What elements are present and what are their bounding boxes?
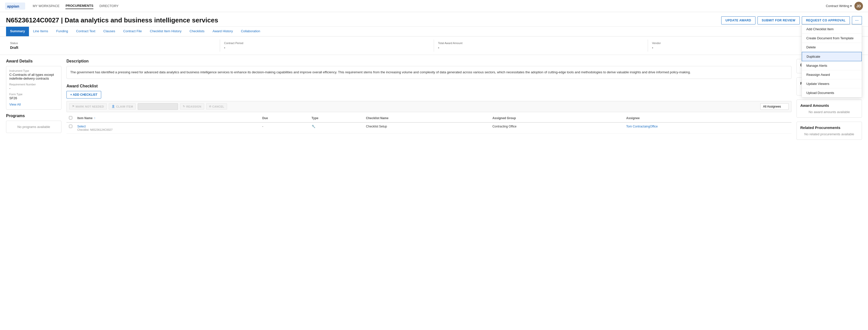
cancel-label: CANCEL xyxy=(212,105,224,108)
dropdown-update-viewers[interactable]: Update Viewers xyxy=(802,79,862,88)
assignees-select[interactable]: All Assignees xyxy=(760,103,789,110)
form-type-value: SF26 xyxy=(9,96,58,100)
item-name-select-link[interactable]: Select xyxy=(77,125,257,128)
appian-logo-svg: appian xyxy=(5,2,25,10)
nav-links: MY WORKSPACE PROCUREMENTS DIRECTORY xyxy=(33,3,826,9)
header-actions: UPDATE AWARD SUBMIT FOR REVIEW REQUEST C… xyxy=(721,16,862,24)
col-due: Due xyxy=(260,114,309,122)
instrument-type-value: C-Contracts of all types except indefini… xyxy=(9,73,58,80)
col-assignee: Assignee xyxy=(624,114,792,122)
claim-item-label: CLAIM ITEM xyxy=(116,105,133,108)
col-type: Type xyxy=(309,114,364,122)
reassign-label: REASSIGN xyxy=(186,105,202,108)
tab-contract-text[interactable]: Contract Text xyxy=(72,27,99,36)
status-field: Status Draft xyxy=(6,39,220,52)
dropdown-upload-documents[interactable]: Upload Documents xyxy=(802,88,862,97)
dropdown-add-checklist-item[interactable]: Add Checklist Item xyxy=(802,25,862,34)
nav-my-workspace[interactable]: MY WORKSPACE xyxy=(33,3,59,9)
add-checklist-button[interactable]: + ADD CHECKLIST xyxy=(66,91,101,98)
reassign-button[interactable]: ↻ REASSIGN xyxy=(180,103,204,110)
more-actions-button[interactable]: ··· xyxy=(852,16,862,24)
row-checkbox-cell xyxy=(66,122,75,133)
main-content: Award Details Instrument Type C-Contract… xyxy=(0,55,868,148)
tab-funding[interactable]: Funding xyxy=(52,27,72,36)
row-due-cell: - xyxy=(260,122,309,133)
contract-writing-dropdown[interactable]: Contract Writing ▾ xyxy=(826,4,852,8)
nav-right: Contract Writing ▾ JD xyxy=(826,2,863,10)
tab-clauses[interactable]: Clauses xyxy=(99,27,119,36)
programs-empty: No programs available xyxy=(6,121,61,133)
update-award-button[interactable]: UPDATE AWARD xyxy=(721,17,755,24)
page-header: N65236124C0027 | Data analytics and busi… xyxy=(0,12,868,27)
description-title: Description xyxy=(66,59,792,63)
total-award-field: Total Award Amount - xyxy=(434,39,648,52)
claim-item-button[interactable]: 👤 CLAIM ITEM xyxy=(109,103,136,110)
assignees-select-wrap: All Assignees xyxy=(760,103,789,110)
award-amounts-title: Award Amounts xyxy=(800,103,858,108)
dropdown-reassign-award[interactable]: Reassign Award xyxy=(802,70,862,79)
top-navigation: appian MY WORKSPACE PROCUREMENTS DIRECTO… xyxy=(0,0,868,12)
award-amounts-empty: No award amounts available xyxy=(800,110,858,114)
dropdown-delete[interactable]: Delete xyxy=(802,43,862,52)
checklist-table: Item Name ↑ Due Type Checklist Name Assi… xyxy=(66,114,792,133)
app-logo[interactable]: appian xyxy=(5,2,25,10)
request-co-approval-button[interactable]: REQUEST CO APPROVAL xyxy=(802,17,850,24)
assignee-link[interactable]: Tom ContractaingOffice xyxy=(626,125,789,128)
tab-award-history[interactable]: Award History xyxy=(209,27,237,36)
tab-summary[interactable]: Summary xyxy=(6,27,29,36)
award-amounts-section: Award Amounts No award amounts available xyxy=(797,99,862,118)
person-icon: 👤 xyxy=(112,105,115,108)
tab-line-items[interactable]: Line Items xyxy=(29,27,52,36)
contract-period-field: Contract Period - xyxy=(220,39,434,52)
select-all-checkbox[interactable] xyxy=(69,116,72,119)
status-value: Draft xyxy=(10,46,216,50)
view-all-link[interactable]: View All xyxy=(9,102,58,106)
row-checklist-name-cell: Checklist Setup xyxy=(364,122,490,133)
nav-procurements[interactable]: PROCUREMENTS xyxy=(65,3,93,9)
item-name-sub: Checklist: N65236124C0027 xyxy=(77,128,257,131)
programs-title: Programs xyxy=(6,114,61,118)
contract-period-value: - xyxy=(224,46,430,50)
col-item-name: Item Name ↑ xyxy=(75,114,260,122)
tab-contract-file[interactable]: Contract File xyxy=(119,27,146,36)
description-text: The government has identified a pressing… xyxy=(66,66,792,79)
award-checklist-section: Award Checklist + ADD CHECKLIST ⚑ MARK N… xyxy=(66,84,792,133)
dropdown-menu: Add Checklist Item Create Document from … xyxy=(802,24,862,97)
left-panel: Award Details Instrument Type C-Contract… xyxy=(6,59,61,144)
dropdown-manage-alerts[interactable]: Manage Alerts xyxy=(802,61,862,70)
total-award-value: - xyxy=(438,46,644,50)
row-assigned-group-cell: Contracting Office xyxy=(490,122,624,133)
tabs-bar: Summary Line Items Funding Contract Text… xyxy=(0,27,868,36)
sort-icon[interactable]: ↑ xyxy=(94,116,95,120)
status-label: Status xyxy=(10,41,216,44)
row-type-cell: 🔧 xyxy=(309,122,364,133)
requirement-number-field: Requirement Number - xyxy=(9,83,58,90)
checklist-toolbar: ⚑ MARK NOT NEEDED 👤 CLAIM ITEM ↻ REASSIG… xyxy=(66,101,792,112)
total-award-label: Total Award Amount xyxy=(438,41,644,44)
col-checklist-name: Checklist Name xyxy=(364,114,490,122)
status-bar: Status Draft Contract Period - Total Awa… xyxy=(0,36,868,55)
cancel-button[interactable]: ⊘ CANCEL xyxy=(206,103,227,110)
table-row: Select Checklist: N65236124C0027 - 🔧 Che… xyxy=(66,122,792,133)
form-type-field: Form Type SF26 xyxy=(9,93,58,100)
page-title: N65236124C0027 | Data analytics and busi… xyxy=(6,17,218,24)
submit-for-review-button[interactable]: SUBMIT FOR REVIEW xyxy=(757,17,800,24)
tab-checklist-item-history[interactable]: Checklist Item History xyxy=(146,27,186,36)
refresh-icon: ↻ xyxy=(183,105,185,108)
dropdown-duplicate[interactable]: Duplicate xyxy=(802,52,862,61)
related-procurements-section: Related Procurements No related procurem… xyxy=(797,122,862,140)
award-details-section: Award Details Instrument Type C-Contract… xyxy=(6,59,61,110)
row-item-name-cell: Select Checklist: N65236124C0027 xyxy=(75,122,260,133)
row-checkbox[interactable] xyxy=(69,125,72,128)
center-panel: Description The government has identifie… xyxy=(66,59,792,144)
instrument-type-field: Instrument Type C-Contracts of all types… xyxy=(9,69,58,80)
nav-directory[interactable]: DIRECTORY xyxy=(99,3,119,9)
tab-collaboration[interactable]: Collaboration xyxy=(237,27,264,36)
mark-not-needed-button[interactable]: ⚑ MARK NOT NEEDED xyxy=(69,103,107,110)
programs-section: Programs No programs available xyxy=(6,114,61,133)
avatar[interactable]: JD xyxy=(855,2,863,10)
tab-checklists[interactable]: Checklists xyxy=(186,27,209,36)
dropdown-create-document[interactable]: Create Document from Template xyxy=(802,34,862,43)
related-procurements-title: Related Procurements xyxy=(800,125,858,130)
search-input[interactable] xyxy=(138,103,178,110)
